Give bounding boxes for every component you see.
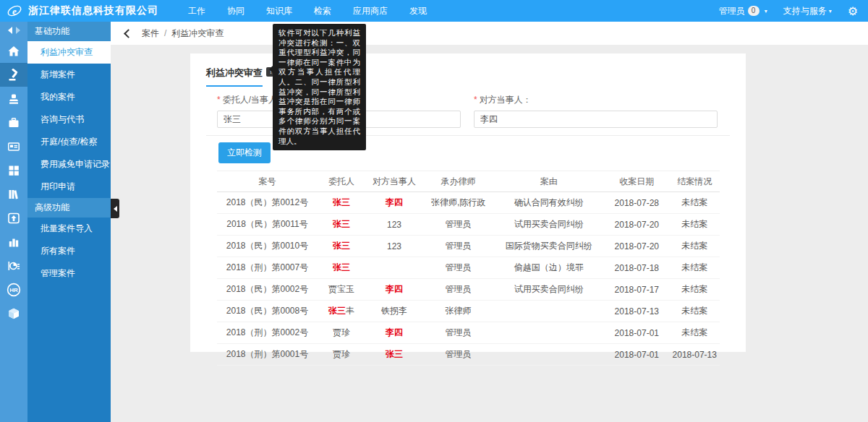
table-cell: 未结案 [669, 257, 720, 279]
table-cell: 管理员 [423, 236, 493, 257]
topnav-item[interactable]: 检索 [303, 0, 342, 22]
table-row[interactable]: 2018（民）第0012号张三李四张律师,陈行政确认合同有效纠纷2018-07-… [217, 192, 720, 214]
table-cell: 2018-07-18 [604, 257, 669, 279]
table-cell: 张三丰 [318, 301, 365, 322]
table-cell [493, 344, 604, 366]
table-cell: 2018（刑）第0001号 [217, 344, 318, 366]
table-cell: 张三 [318, 236, 365, 257]
table-cell: 2018-07-28 [604, 192, 669, 214]
table-cell: 未结案 [669, 279, 720, 301]
back-chevron-icon[interactable] [124, 29, 133, 38]
admin-menu[interactable]: 管理员 0 ▾ [719, 5, 767, 17]
arrow-left-icon [8, 27, 12, 34]
breadcrumb-parent[interactable]: 案件 [142, 27, 159, 40]
table-cell: 未结案 [669, 192, 720, 214]
table-cell: 2018-07-20 [604, 214, 669, 236]
table-cell: 贾珍 [318, 344, 365, 366]
table-cell: 未结案 [669, 214, 720, 236]
sidebar-item-开庭/侦查/检察[interactable]: 开庭/侦查/检察 [27, 131, 111, 153]
chevron-down-icon: ▾ [765, 8, 767, 14]
table-cell: 贾宝玉 [318, 279, 365, 301]
table-cell: 试用买卖合同纠纷 [493, 214, 604, 236]
table-cell: 未结案 [669, 301, 720, 322]
support-label: 支持与服务 [783, 5, 827, 17]
table-row[interactable]: 2018（刑）第0007号张三管理员偷越国（边）境罪2018-07-18未结案 [217, 257, 720, 279]
books-icon[interactable] [0, 182, 27, 206]
table-cell: 2018（民）第0008号 [217, 301, 318, 322]
id-card-icon[interactable] [0, 134, 27, 158]
top-nav-menu: 工作协同知识库检索应用商店发现 [177, 0, 438, 22]
table-cell: 李四 [365, 279, 423, 301]
table-header-结案情况: 结案情况 [669, 171, 720, 192]
sidebar-item-管理案件[interactable]: 管理案件 [27, 262, 111, 285]
grid-icon[interactable] [0, 158, 27, 182]
table-header-承办律师: 承办律师 [423, 171, 493, 192]
sidebar-menu: 基础功能利益冲突审查新增案件我的案件咨询与代书开庭/侦查/检察费用减免申请记录用… [27, 22, 111, 422]
table-row[interactable]: 2018（民）第0008号张三丰铁拐李张律师2018-07-13未结案 [217, 301, 720, 322]
chevron-down-icon: ▾ [829, 8, 832, 14]
sidebar-iconbar: HR [0, 22, 27, 422]
conflict-help-tooltip: 软件可对以下几种利益冲突进行检测：一、双重代理型利益冲突，同一律师在同一案件中为… [273, 24, 366, 150]
topnav-item[interactable]: 协同 [216, 0, 255, 22]
topnav-item[interactable]: 发现 [399, 0, 438, 22]
tab-conflict-review[interactable]: 利益冲突审查 [206, 66, 263, 87]
tooltip-text: 软件可对以下几种利益冲突进行检测：一、双重代理型利益冲突，同一律师在同一案件中为… [278, 28, 360, 145]
table-cell: 未结案 [669, 322, 720, 344]
table-row[interactable]: 2018（刑）第0001号贾珍张三管理员2018-07-012018-07-13 [217, 344, 720, 366]
support-menu[interactable]: 支持与服务 ▾ [783, 5, 832, 17]
table-row[interactable]: 2018（民）第0010号张三123管理员国际货物买卖合同纠纷2018-07-2… [217, 236, 720, 257]
table-row[interactable]: 2018（民）第0011号张三123管理员试用买卖合同纠纷2018-07-20未… [217, 214, 720, 236]
table-header-案号: 案号 [217, 171, 318, 192]
table-cell: 2018-07-17 [604, 279, 669, 301]
table-cell: 123 [365, 236, 423, 257]
table-cell: 张律师 [423, 301, 493, 322]
menu-collapse-tab[interactable] [111, 199, 119, 218]
topnav-item[interactable]: 知识库 [255, 0, 303, 22]
sidebar-item-咨询与代书[interactable]: 咨询与代书 [27, 108, 111, 131]
table-cell: 2018-07-20 [604, 236, 669, 257]
topnav-item[interactable]: 工作 [177, 0, 216, 22]
opponent-input[interactable] [474, 111, 718, 128]
sidebar-item-新增案件[interactable]: 新增案件 [27, 64, 111, 86]
table-cell [365, 257, 423, 279]
table-header-收案日期: 收案日期 [604, 171, 669, 192]
sidebar-collapse-arrows[interactable] [0, 22, 27, 39]
table-cell [493, 301, 604, 322]
upload-icon[interactable] [0, 206, 27, 230]
svg-text:HR: HR [9, 287, 18, 293]
table-cell: 铁拐李 [365, 301, 423, 322]
table-header-对方当事人: 对方当事人 [365, 171, 423, 192]
sidebar-item-批量案件导入[interactable]: 批量案件导入 [27, 218, 111, 240]
table-cell: 试用买卖合同纠纷 [493, 279, 604, 301]
table-cell: 2018-07-13 [604, 301, 669, 322]
sidebar-item-所有案件[interactable]: 所有案件 [27, 240, 111, 262]
sidebar-item-用印申请[interactable]: 用印申请 [27, 176, 111, 198]
check-now-button[interactable]: 立即检测 [218, 142, 271, 163]
table-cell: 张三 [318, 214, 365, 236]
breadcrumb-separator: / [164, 28, 166, 38]
table-cell: 2018-07-01 [604, 322, 669, 344]
menu-section-基础功能[interactable]: 基础功能 [27, 22, 111, 41]
table-cell: 张三 [318, 257, 365, 279]
hr-icon[interactable]: HR [0, 277, 27, 301]
admin-label: 管理员 [719, 5, 745, 17]
pie-report-icon[interactable] [0, 254, 27, 277]
sidebar-item-我的案件[interactable]: 我的案件 [27, 86, 111, 108]
table-cell: 李四 [365, 192, 423, 214]
stamp-icon[interactable] [0, 87, 27, 111]
gear-icon[interactable]: ⚙ [848, 4, 858, 18]
table-cell: 确认合同有效纠纷 [493, 192, 604, 214]
bar-chart-icon[interactable] [0, 230, 27, 254]
table-header-委托人: 委托人 [318, 171, 365, 192]
gavel-icon[interactable] [0, 63, 27, 87]
cube-icon[interactable] [0, 301, 27, 325]
table-row[interactable]: 2018（民）第0002号贾宝玉李四管理员试用买卖合同纠纷2018-07-17未… [217, 279, 720, 301]
table-cell [493, 322, 604, 344]
sidebar-item-费用减免申请记录[interactable]: 费用减免申请记录 [27, 153, 111, 176]
briefcase-icon[interactable] [0, 111, 27, 134]
home-icon[interactable] [0, 39, 27, 63]
sidebar-item-利益冲突审查[interactable]: 利益冲突审查 [27, 41, 111, 64]
topnav-item[interactable]: 应用商店 [342, 0, 399, 22]
menu-section-高级功能[interactable]: 高级功能 [27, 198, 111, 218]
table-row[interactable]: 2018（刑）第0002号贾珍李四管理员2018-07-01未结案 [217, 322, 720, 344]
